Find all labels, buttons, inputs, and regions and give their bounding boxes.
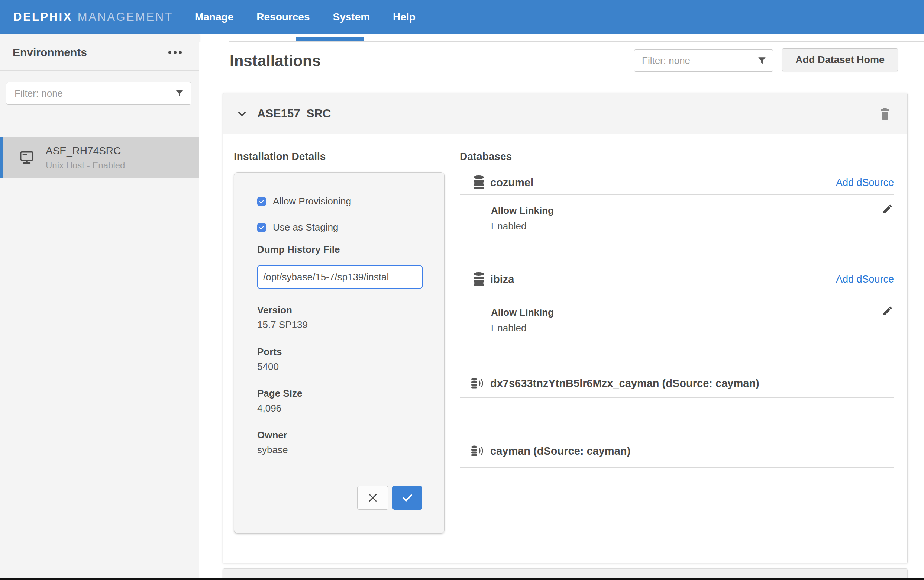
use-as-staging-row: Use as Staging — [257, 222, 338, 233]
nav-item-manage[interactable]: Manage — [195, 11, 233, 23]
installation-panel-header[interactable]: ASE157_SRC — [223, 93, 907, 134]
installation-panel: ASE157_SRC Installation Details — [223, 93, 908, 563]
sidebar-header: Environments — [0, 34, 199, 71]
databases-heading: Databases — [460, 151, 512, 163]
owner-value: sybase — [257, 444, 288, 456]
allow-provisioning-row: Allow Provisioning — [257, 196, 351, 207]
add-dsource-link[interactable]: Add dSource — [836, 274, 894, 285]
row-divider — [460, 194, 894, 195]
row-divider — [460, 467, 894, 468]
dsource-icon — [471, 378, 484, 389]
owner-label: Owner — [257, 429, 287, 441]
edit-pencil-icon[interactable] — [882, 203, 893, 216]
ports-label: Ports — [257, 346, 282, 358]
add-dsource-link[interactable]: Add dSource — [836, 177, 894, 188]
row-divider — [460, 397, 894, 398]
dump-history-file-label: Dump History File — [257, 244, 340, 255]
edit-pencil-icon[interactable] — [882, 305, 893, 318]
cancel-button[interactable] — [357, 486, 388, 510]
installation-details-heading: Installation Details — [234, 151, 326, 163]
allow-linking-label: Allow Linking — [491, 205, 554, 216]
dsource-icon — [471, 445, 484, 456]
environment-text: ASE_RH74SRC Unix Host - Enabled — [46, 145, 125, 171]
nav-item-resources[interactable]: Resources — [256, 11, 310, 23]
ellipsis-menu-icon[interactable] — [168, 48, 182, 57]
database-row-cozumel[interactable]: cozumel Add dSource — [460, 172, 894, 193]
dsource-name: cayman (dSource: cayman) — [490, 445, 630, 457]
nav-item-system[interactable]: System — [333, 11, 370, 23]
nav-item-help[interactable]: Help — [393, 11, 416, 23]
dsource-name: dx7s633tnzYtnB5lr6Mzx_cayman (dSource: c… — [490, 377, 760, 390]
version-label: Version — [257, 305, 292, 316]
page-title: Installations — [230, 52, 321, 70]
installation-panel-body: Installation Details Allow Provisioning … — [223, 134, 907, 563]
database-row-ibiza[interactable]: ibiza Add dSource — [460, 269, 894, 290]
brand-logo: DELPHIX MANAGEMENT — [13, 10, 173, 24]
sidebar-item-environment[interactable]: ASE_RH74SRC Unix Host - Enabled — [0, 137, 199, 178]
database-name: cozumel — [490, 176, 533, 189]
dsource-row[interactable]: dx7s633tnzYtnB5lr6Mzx_cayman (dSource: c… — [460, 373, 894, 394]
environment-status: Unix Host - Enabled — [46, 160, 125, 171]
allow-provisioning-label: Allow Provisioning — [273, 196, 351, 207]
environment-name: ASE_RH74SRC — [46, 145, 125, 157]
database-icon — [473, 175, 484, 189]
installations-filter-input[interactable] — [642, 55, 757, 66]
filter-funnel-icon[interactable] — [175, 89, 184, 98]
filter-funnel-icon[interactable] — [757, 56, 767, 66]
allow-linking-value: Enabled — [491, 221, 526, 232]
active-tab-indicator[interactable] — [296, 37, 364, 41]
allow-linking-value: Enabled — [491, 322, 526, 334]
trash-icon[interactable] — [879, 107, 891, 120]
installation-details-card: Allow Provisioning Use as Staging Dump H… — [234, 172, 444, 534]
brand-secondary: MANAGEMENT — [78, 10, 173, 24]
use-as-staging-label: Use as Staging — [273, 222, 338, 233]
use-as-staging-checkbox[interactable] — [257, 223, 266, 232]
dump-history-file-input[interactable] — [257, 265, 423, 288]
bottom-screen-edge-bar — [0, 578, 924, 580]
add-dataset-home-button[interactable]: Add Dataset Home — [782, 48, 898, 71]
database-icon — [473, 272, 484, 286]
sidebar-filter-input[interactable] — [15, 88, 175, 99]
row-divider — [460, 296, 894, 296]
top-nav: DELPHIX MANAGEMENT Manage Resources Syst… — [0, 0, 924, 34]
installation-title: ASE157_SRC — [257, 107, 331, 120]
allow-provisioning-checkbox[interactable] — [257, 197, 266, 206]
environments-sidebar: Environments ASE_RH74SRC Unix Host - Ena… — [0, 34, 199, 580]
brand-primary: DELPHIX — [13, 10, 72, 24]
nav-menu: Manage Resources System Help — [195, 11, 416, 23]
host-icon — [18, 149, 35, 166]
allow-linking-label: Allow Linking — [491, 307, 554, 318]
dsource-row[interactable]: cayman (dSource: cayman) — [460, 441, 894, 461]
main-content: Installations Add Dataset Home ASE157_SR… — [199, 42, 924, 580]
installations-filter — [634, 49, 773, 72]
confirm-button[interactable] — [393, 486, 422, 510]
sidebar-filter — [6, 82, 191, 105]
page-size-label: Page Size — [257, 388, 302, 399]
database-name: ibiza — [490, 273, 514, 285]
chevron-down-icon[interactable] — [237, 108, 248, 119]
sidebar-title: Environments — [13, 46, 87, 59]
version-value: 15.7 SP139 — [257, 319, 308, 331]
page-size-value: 4,096 — [257, 403, 281, 414]
ports-value: 5400 — [257, 361, 279, 372]
